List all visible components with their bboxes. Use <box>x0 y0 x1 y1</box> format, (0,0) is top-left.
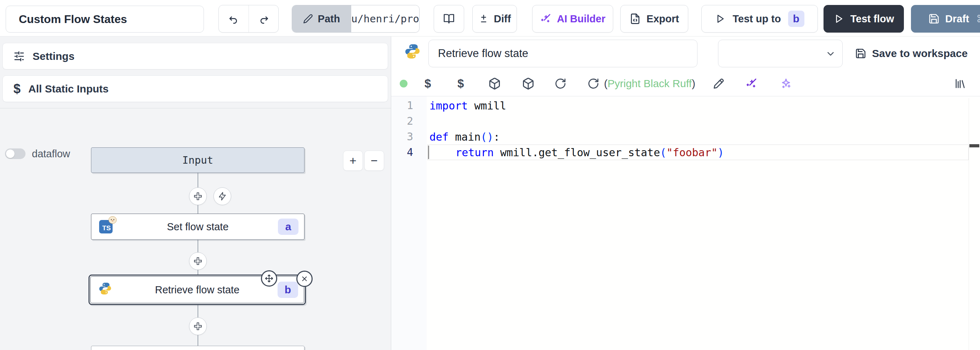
version-select[interactable] <box>718 40 843 67</box>
dollar-icon: $ <box>13 82 21 96</box>
reload-icon-button[interactable] <box>554 78 566 89</box>
python-icon <box>404 43 421 61</box>
file-code-icon <box>630 13 641 24</box>
package-icon-button[interactable] <box>522 77 535 90</box>
text-cursor <box>428 145 429 159</box>
line-number: 1 <box>391 98 413 113</box>
ai-builder-button[interactable]: AI Builder <box>532 5 613 33</box>
step-b-label: Retrieve flow state <box>155 284 240 296</box>
flow-graph: dataflow Input + − TS <box>0 109 391 350</box>
zoom-out-button[interactable]: − <box>364 150 384 171</box>
code-editor[interactable]: 1import wmill23def main():4 return wmill… <box>391 96 980 350</box>
save-to-workspace-button[interactable]: Save to workspace <box>855 40 967 67</box>
status-dot <box>400 80 407 88</box>
format-brush-button[interactable] <box>713 78 725 89</box>
step-b-id-badge: b <box>278 281 298 298</box>
export-label: Export <box>646 13 679 25</box>
test-up-to-step-badge: b <box>788 11 804 27</box>
play-icon <box>834 13 844 24</box>
dataflow-label: dataflow <box>32 148 70 160</box>
flow-node-input[interactable]: Input <box>91 147 304 173</box>
draft-shortcut: ⌘S <box>976 13 980 25</box>
dataflow-toggle[interactable] <box>5 149 25 159</box>
reload-icon-button[interactable] <box>587 78 600 89</box>
line-number: 2 <box>391 113 413 129</box>
input-node-label: Input <box>182 154 213 166</box>
insert-step-button[interactable] <box>189 317 207 335</box>
save-draft-button[interactable]: Draft ⌘S <box>911 5 980 33</box>
save-icon <box>855 48 866 59</box>
test-flow-button[interactable]: Test flow <box>824 5 904 33</box>
flow-sidebar: Settings $ All Static Inputs dataflow In… <box>0 37 391 350</box>
step-a-id-badge: a <box>278 219 299 235</box>
redo-icon <box>258 13 269 24</box>
save-icon <box>928 13 940 24</box>
path-group: Path u/henri/pro <box>292 5 420 33</box>
book-open-icon <box>443 13 455 24</box>
topbar: Path u/henri/pro Diff AI Builder Export … <box>0 0 980 37</box>
variables-button[interactable]: $ <box>425 77 431 90</box>
code-text: def main(): <box>427 129 969 145</box>
sliders-icon <box>13 51 25 62</box>
move-step-handle[interactable] <box>261 270 277 287</box>
path-value[interactable]: u/henri/pro <box>351 5 419 32</box>
resources-button[interactable]: $ <box>457 77 464 90</box>
code-line[interactable]: 3def main(): <box>391 129 980 145</box>
diff-label: Diff <box>494 13 511 25</box>
code-line[interactable]: 1import wmill <box>391 98 980 113</box>
plus-icon <box>193 321 203 331</box>
redo-button[interactable] <box>248 5 278 32</box>
ai-sparkles-button[interactable] <box>780 78 792 89</box>
code-line[interactable]: 2 <box>391 113 980 129</box>
step-name-input[interactable] <box>428 40 697 67</box>
delete-step-button[interactable] <box>296 271 313 287</box>
save-workspace-label: Save to workspace <box>872 48 967 59</box>
export-button[interactable]: Export <box>620 5 688 33</box>
static-inputs-label: All Static Inputs <box>28 83 109 95</box>
code-text <box>427 113 969 129</box>
undo-button[interactable] <box>219 5 248 32</box>
chevron-down-icon <box>825 48 836 59</box>
bun-icon <box>108 216 117 226</box>
settings-label: Settings <box>33 50 74 62</box>
flow-node-set-flow-state[interactable]: TS Set flow state a <box>91 214 304 240</box>
line-number: 3 <box>391 129 413 145</box>
plus-icon <box>193 256 203 266</box>
package-icon-button[interactable] <box>488 77 501 90</box>
test-flow-label: Test flow <box>850 13 894 25</box>
docs-button[interactable] <box>434 5 464 33</box>
pencil-icon <box>303 14 313 24</box>
overview-ruler <box>969 98 969 350</box>
toggle-knob <box>6 150 14 158</box>
insert-trigger-button[interactable] <box>213 187 231 205</box>
code-line[interactable]: 4 return wmill.get_flow_user_state("foob… <box>391 145 980 160</box>
sidebar-item-all-static-inputs[interactable]: $ All Static Inputs <box>3 75 388 102</box>
typescript-bun-icon: TS <box>99 220 113 233</box>
python-icon <box>99 282 112 298</box>
move-icon <box>265 274 273 283</box>
library-icon-button[interactable] <box>954 78 966 89</box>
flow-title-input[interactable] <box>6 6 204 33</box>
lint-assistants-status: (Pyright Black Ruff) <box>604 78 695 89</box>
plus-icon <box>193 191 203 201</box>
plus-icon: + <box>350 154 356 168</box>
ai-builder-label: AI Builder <box>557 13 605 25</box>
sidebar-item-settings[interactable]: Settings <box>3 43 388 69</box>
insert-step-button[interactable] <box>189 252 207 270</box>
diff-button[interactable]: Diff <box>472 5 517 33</box>
insert-step-button[interactable] <box>189 187 207 205</box>
close-icon <box>301 275 309 283</box>
step-header: Save to workspace <box>391 37 980 71</box>
undo-redo-group <box>218 5 278 33</box>
zoom-in-button[interactable]: + <box>343 150 363 171</box>
wand-icon <box>540 13 551 24</box>
flow-node-result[interactable]: Result <box>91 346 304 350</box>
draft-label: Draft <box>945 13 969 25</box>
line-number: 4 <box>391 145 413 160</box>
diff-icon <box>478 13 489 24</box>
ai-wand-button[interactable] <box>745 78 757 89</box>
test-up-to-button[interactable]: Test up to b <box>702 5 818 33</box>
path-button[interactable]: Path <box>292 5 351 32</box>
code-text: import wmill <box>427 98 969 113</box>
minus-icon: − <box>371 154 378 168</box>
